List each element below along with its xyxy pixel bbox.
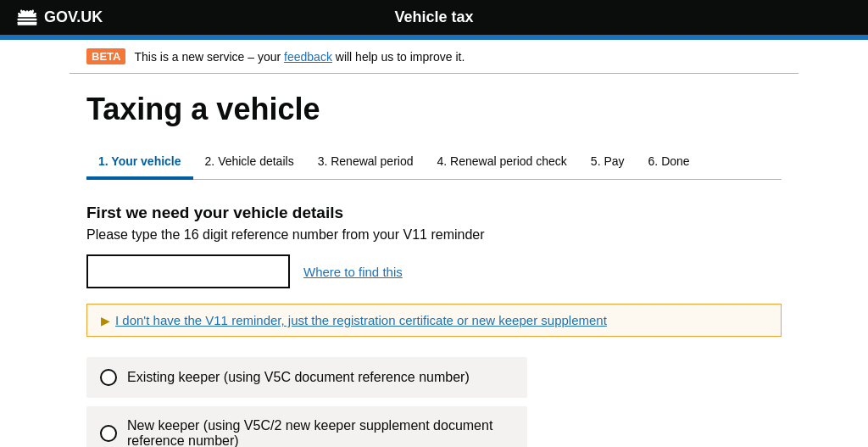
section-title: First we need your vehicle details (86, 204, 782, 222)
step-6: 6. Done (637, 148, 702, 179)
radio-existing-keeper-circle (100, 369, 117, 386)
accordion-label[interactable]: I don't have the V11 reminder, just the … (115, 313, 607, 327)
crown-icon (17, 9, 37, 26)
svg-rect-1 (18, 21, 37, 25)
reference-number-input[interactable] (86, 254, 290, 288)
radio-new-keeper[interactable]: New keeper (using V5C/2 new keeper suppl… (86, 406, 527, 447)
step-1[interactable]: 1. Your vehicle (86, 148, 193, 180)
step-2: 2. Vehicle details (193, 148, 306, 179)
beta-message: This is a new service – your feedback wi… (134, 50, 465, 64)
svg-rect-0 (18, 18, 37, 20)
reference-input-row: Where to find this (86, 254, 782, 288)
step-4: 4. Renewal period check (426, 148, 579, 179)
beta-banner: BETA This is a new service – your feedba… (70, 40, 798, 74)
vehicle-form: First we need your vehicle details Pleas… (86, 204, 782, 447)
radio-existing-keeper[interactable]: Existing keeper (using V5C document refe… (86, 357, 527, 398)
no-v11-accordion[interactable]: ▶ I don't have the V11 reminder, just th… (86, 304, 782, 337)
radio-existing-keeper-label: Existing keeper (using V5C document refe… (127, 370, 470, 385)
step-5: 5. Pay (579, 148, 637, 179)
feedback-link[interactable]: feedback (284, 50, 332, 64)
beta-tag: BETA (86, 48, 125, 64)
logo-text: GOV.UK (44, 8, 103, 26)
gov-uk-logo[interactable]: GOV.UK (17, 8, 103, 26)
main-content: Taxing a vehicle 1. Your vehicle 2. Vehi… (70, 74, 798, 447)
step-3: 3. Renewal period (306, 148, 426, 179)
radio-new-keeper-label: New keeper (using V5C/2 new keeper suppl… (127, 418, 514, 447)
header-title: Vehicle tax (394, 8, 473, 26)
where-to-find-link[interactable]: Where to find this (303, 265, 403, 279)
radio-new-keeper-circle (100, 425, 117, 442)
section-desc: Please type the 16 digit reference numbe… (86, 227, 782, 243)
accordion-arrow-icon: ▶ (101, 314, 110, 327)
steps-nav: 1. Your vehicle 2. Vehicle details 3. Re… (86, 148, 782, 180)
page-title: Taxing a vehicle (86, 91, 782, 127)
site-header: GOV.UK Vehicle tax (0, 0, 868, 35)
